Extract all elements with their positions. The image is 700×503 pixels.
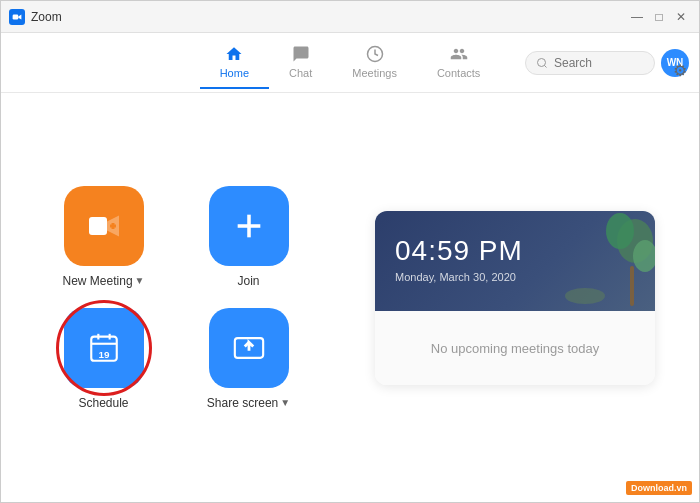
minimize-button[interactable]: — xyxy=(627,7,647,27)
svg-point-19 xyxy=(606,213,634,249)
svg-rect-0 xyxy=(13,14,19,19)
svg-point-3 xyxy=(538,58,546,66)
settings-icon[interactable]: ⚙ xyxy=(673,61,687,80)
title-bar: Zoom — □ ✕ xyxy=(1,1,699,33)
tab-home-label: Home xyxy=(220,67,249,79)
tab-contacts-label: Contacts xyxy=(437,67,480,79)
right-panel: 04:59 PM Monday, March 30, 2020 No upcom… xyxy=(351,93,699,502)
svg-marker-1 xyxy=(18,14,21,19)
schedule-label: Schedule xyxy=(78,396,128,410)
share-screen-label: Share screen ▼ xyxy=(207,396,290,410)
chat-icon xyxy=(291,44,311,64)
meetings-icon xyxy=(365,44,385,64)
schedule-item[interactable]: 19 Schedule xyxy=(41,308,166,410)
main-content: New Meeting ▼ Join xyxy=(1,93,699,502)
app-window: Zoom — □ ✕ Home Chat xyxy=(0,0,700,503)
new-meeting-label: New Meeting ▼ xyxy=(63,274,145,288)
schedule-button[interactable]: 19 xyxy=(64,308,144,388)
join-button[interactable] xyxy=(209,186,289,266)
join-icon xyxy=(232,209,266,243)
join-label: Join xyxy=(237,274,259,288)
new-meeting-icon xyxy=(86,208,122,244)
tab-contacts[interactable]: Contacts xyxy=(417,36,500,89)
nav-tabs: Home Chat Meetings Contact xyxy=(200,36,501,89)
search-icon xyxy=(536,57,548,69)
app-icon xyxy=(9,9,25,25)
svg-rect-5 xyxy=(89,217,107,235)
svg-point-22 xyxy=(565,288,605,304)
share-screen-icon xyxy=(232,331,266,365)
tab-chat[interactable]: Chat xyxy=(269,36,332,89)
schedule-icon: 19 xyxy=(87,331,121,365)
tab-home[interactable]: Home xyxy=(200,36,269,89)
home-icon xyxy=(224,44,244,64)
maximize-button[interactable]: □ xyxy=(649,7,669,27)
share-screen-button[interactable] xyxy=(209,308,289,388)
svg-text:19: 19 xyxy=(98,348,110,359)
tab-meetings[interactable]: Meetings xyxy=(332,36,417,89)
tab-chat-label: Chat xyxy=(289,67,312,79)
card-body: No upcoming meetings today xyxy=(375,311,655,385)
close-button[interactable]: ✕ xyxy=(671,7,691,27)
window-title: Zoom xyxy=(31,10,627,24)
search-input[interactable] xyxy=(554,56,644,70)
tab-meetings-label: Meetings xyxy=(352,67,397,79)
svg-line-4 xyxy=(544,65,546,67)
new-meeting-item[interactable]: New Meeting ▼ xyxy=(41,186,166,288)
plant-decoration xyxy=(565,211,655,311)
share-screen-item[interactable]: Share screen ▼ xyxy=(186,308,311,410)
action-grid: New Meeting ▼ Join xyxy=(41,186,311,410)
card-header: 04:59 PM Monday, March 30, 2020 xyxy=(375,211,655,311)
left-panel: New Meeting ▼ Join xyxy=(1,93,351,502)
nav-bar: Home Chat Meetings Contact xyxy=(1,33,699,93)
join-item[interactable]: Join xyxy=(186,186,311,288)
window-controls: — □ ✕ xyxy=(627,7,691,27)
contacts-icon xyxy=(449,44,469,64)
svg-rect-21 xyxy=(630,266,634,306)
watermark: Download.vn xyxy=(626,481,692,495)
search-box[interactable] xyxy=(525,51,655,75)
meeting-card: 04:59 PM Monday, March 30, 2020 No upcom… xyxy=(375,211,655,385)
new-meeting-button[interactable] xyxy=(64,186,144,266)
no-meetings-text: No upcoming meetings today xyxy=(431,341,599,356)
